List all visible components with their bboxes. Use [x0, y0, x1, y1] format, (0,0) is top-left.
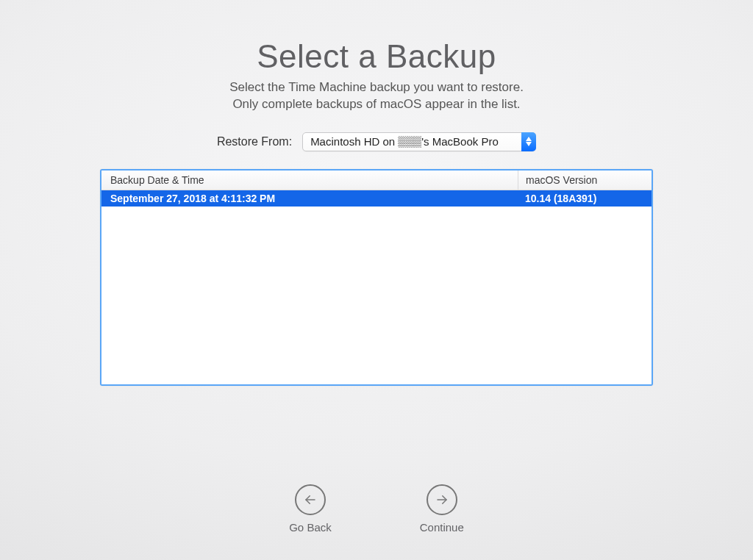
arrow-left-icon	[295, 484, 326, 515]
backup-table: Backup Date & Time macOS Version Septemb…	[100, 169, 653, 386]
arrow-right-icon	[427, 484, 457, 515]
restore-from-popup[interactable]: Macintosh HD on ▒▒▒'s MacBook Pro	[302, 132, 536, 151]
restore-from-selected: Macintosh HD on ▒▒▒'s MacBook Pro	[303, 135, 521, 148]
column-header-version[interactable]: macOS Version	[518, 170, 652, 190]
table-body[interactable]: September 27, 2018 at 4:11:32 PM 10.14 (…	[101, 190, 652, 384]
go-back-button[interactable]: Go Back	[289, 484, 332, 534]
restore-from-row: Restore From: Macintosh HD on ▒▒▒'s MacB…	[0, 132, 753, 151]
cell-date: September 27, 2018 at 4:11:32 PM	[101, 193, 518, 204]
restore-from-label: Restore From:	[217, 135, 292, 148]
page-title: Select a Backup	[0, 38, 753, 75]
continue-label: Continue	[420, 521, 464, 534]
table-row[interactable]: September 27, 2018 at 4:11:32 PM 10.14 (…	[101, 190, 652, 207]
cell-version: 10.14 (18A391)	[518, 193, 652, 204]
chevron-up-down-icon	[521, 132, 536, 151]
go-back-label: Go Back	[289, 521, 332, 534]
page-subtitle: Select the Time Machine backup you want …	[0, 79, 753, 113]
column-header-date[interactable]: Backup Date & Time	[101, 174, 518, 186]
nav-bar: Go Back Continue	[0, 484, 753, 534]
table-header: Backup Date & Time macOS Version	[101, 170, 652, 190]
continue-button[interactable]: Continue	[420, 484, 464, 534]
subtitle-line-1: Select the Time Machine backup you want …	[229, 80, 524, 94]
subtitle-line-2: Only complete backups of macOS appear in…	[232, 97, 520, 111]
